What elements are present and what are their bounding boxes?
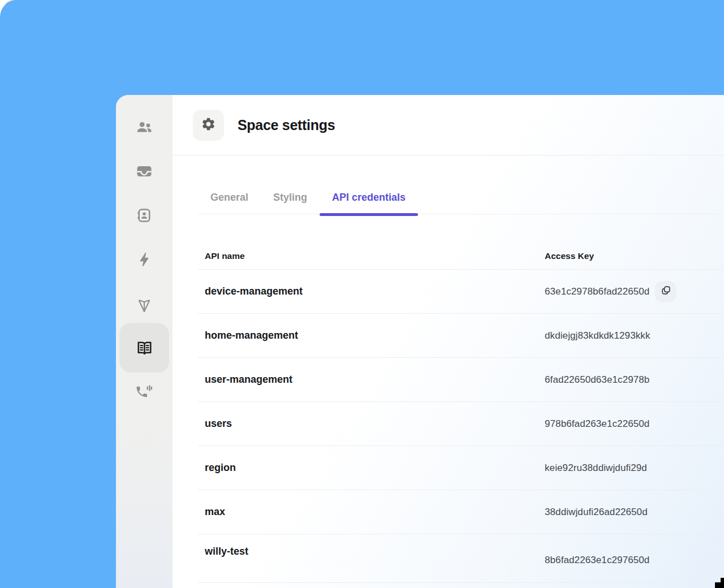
app-window: Space settings General Styling API crede… — [116, 95, 724, 588]
page-title: Space settings — [238, 117, 335, 133]
credentials-table: API name Access Key device-management 63… — [198, 214, 724, 583]
api-name: users — [198, 418, 545, 430]
phone-icon — [136, 383, 153, 400]
sidebar — [116, 95, 173, 588]
api-name: region — [198, 462, 545, 474]
access-key: 6fad22650d63e1c2978b — [545, 374, 724, 386]
access-key: 978b6fad263e1c22650d — [545, 418, 724, 430]
column-header-api-name: API name — [198, 251, 545, 261]
send-icon — [136, 295, 153, 312]
api-name: max — [198, 506, 545, 518]
content-area: General Styling API credentials API name… — [173, 155, 724, 588]
access-key: 38ddiwjdufi26ad22650d — [545, 507, 724, 518]
sidebar-item-contacts[interactable] — [116, 193, 173, 237]
copy-button[interactable] — [655, 281, 676, 302]
sidebar-item-send[interactable] — [116, 282, 173, 326]
gear-icon — [201, 116, 216, 134]
sidebar-item-calls[interactable] — [116, 370, 173, 414]
column-header-access-key: Access Key — [545, 251, 724, 261]
tab-styling[interactable]: Styling — [261, 191, 320, 214]
sidebar-item-automations[interactable] — [116, 237, 173, 282]
table-row: users 978b6fad263e1c22650d — [198, 402, 724, 446]
inbox-icon — [136, 163, 153, 180]
book-icon — [136, 339, 153, 357]
api-name: home-management — [198, 330, 545, 341]
screen: Space settings General Styling API crede… — [0, 0, 724, 588]
access-key: 8b6fad2263e1c297650d — [545, 555, 724, 566]
table-header-row: API name Access Key — [198, 214, 724, 270]
table-row: max 38ddiwjdufi26ad22650d — [198, 490, 724, 534]
tab-bar: General Styling API credentials — [198, 155, 724, 214]
copy-icon — [660, 284, 672, 299]
page-icon-chip — [193, 110, 224, 141]
lightning-icon — [136, 251, 153, 268]
access-key: 63e1c2978b6fad22650d — [545, 286, 649, 297]
table-row: region keie92ru38ddiwjdufi29d — [198, 446, 724, 490]
table-row: device-management 63e1c2978b6fad22650d — [198, 270, 724, 314]
table-row: willy-test 8b6fad2263e1c297650d — [198, 534, 724, 583]
tab-api-credentials[interactable]: API credentials — [320, 191, 418, 214]
contact-card-icon — [136, 207, 153, 224]
sidebar-item-people[interactable] — [116, 105, 173, 149]
access-key: keie92ru38ddiwjdufi29d — [545, 462, 724, 474]
main-panel: Space settings General Styling API crede… — [173, 95, 724, 588]
table-row: home-management dkdiejgj83kdkdk1293kkk — [198, 314, 724, 358]
people-icon — [136, 119, 153, 136]
sidebar-item-docs[interactable] — [116, 326, 173, 370]
cursor-artifact — [715, 582, 724, 588]
cursor-artifact — [721, 578, 724, 583]
access-key-cell: 63e1c2978b6fad22650d — [545, 281, 724, 302]
page-header: Space settings — [173, 95, 724, 155]
api-name: device-management — [198, 286, 545, 297]
tab-general[interactable]: General — [198, 191, 261, 214]
table-row: user-management 6fad22650d63e1c2978b — [198, 358, 724, 402]
access-key: dkdiejgj83kdkdk1293kkk — [545, 330, 724, 341]
api-name: willy-test — [198, 546, 545, 557]
sidebar-item-inbox[interactable] — [116, 149, 173, 193]
api-name: user-management — [198, 374, 545, 386]
